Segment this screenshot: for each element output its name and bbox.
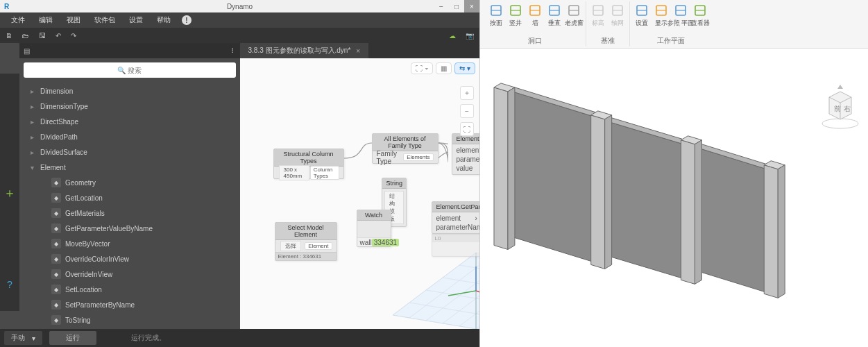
ribbon-icon (566, 3, 581, 18)
ribbon-button-查看器[interactable]: 查看器 (691, 1, 709, 35)
new-file-icon[interactable]: 🗎 (6, 32, 12, 40)
ribbon-button-参照 平面[interactable]: 参照 平面 (672, 1, 690, 35)
document-tab[interactable]: 3.8.3 图元参数的读取与写入.dyn* × (240, 43, 369, 58)
tree-branch-dimensiontype[interactable]: ▸DimensionType (19, 99, 240, 114)
close-tab-icon[interactable]: × (356, 47, 360, 55)
svg-marker-44 (508, 87, 515, 250)
undo-icon[interactable]: ↶ (56, 32, 61, 40)
tree-branch-dividedpath[interactable]: ▸DividedPath (19, 129, 240, 144)
tree-node-getmaterials[interactable]: ◆GetMaterials (19, 205, 240, 221)
window-close-button[interactable]: × (464, 0, 479, 12)
save-file-icon[interactable]: 🖫 (39, 32, 46, 40)
tree-node-boundingbox[interactable]: ◆BoundingBox (19, 328, 240, 329)
ribbon-button-label: 竖井 (509, 19, 522, 28)
tree-node-tostring[interactable]: ◆ToString (19, 312, 240, 328)
tree-branch-directshape[interactable]: ▸DirectShape (19, 114, 240, 129)
menu-view[interactable]: 视图 (60, 15, 87, 25)
dynamo-menu-bar: 文件 编辑 视图 软件包 设置 帮助 ! (0, 12, 479, 28)
ribbon-button-label: 轴网 (611, 19, 624, 28)
tree-node-overrideinview[interactable]: ◆OverrideInView (19, 266, 240, 282)
node-set-parameter-by-name[interactable]: Element.SetParameterByName element›Eleme… (452, 133, 480, 175)
help-icon[interactable]: ? (7, 279, 12, 290)
zoom-in-button[interactable]: ＋ (460, 86, 474, 100)
svg-marker-42 (494, 87, 508, 250)
ribbon-icon (692, 3, 708, 18)
window-minimize-button[interactable]: − (434, 0, 449, 12)
document-tab-label: 3.8.3 图元参数的读取与写入.dyn* (248, 46, 351, 56)
geometry-view-toggle[interactable]: ⛶ ▾ (411, 62, 433, 74)
select-button[interactable]: 选择 (280, 241, 301, 251)
node-watch[interactable]: Watch wall 334631 (357, 210, 391, 247)
port-parametername: parameterName (457, 155, 480, 163)
library-icon[interactable]: ▤ (24, 47, 30, 55)
svg-marker-50 (605, 115, 612, 269)
watch-label: wall (360, 239, 372, 246)
ribbon-icon (673, 3, 688, 18)
open-file-icon[interactable]: 🗁 (22, 32, 29, 40)
ribbon-button-label: 查看器 (691, 19, 710, 28)
tree-branch-dividedsurface[interactable]: ▸DividedSurface (19, 144, 240, 160)
ribbon-button-label: 老虎窗 (565, 19, 584, 28)
ribbon-button-按面[interactable]: 按面 (487, 1, 505, 35)
tree-node-setparameterbyname[interactable]: ◆SetParameterByName (19, 297, 240, 312)
tree-branch-element[interactable]: ▾Element (19, 160, 240, 175)
svg-marker-59 (778, 165, 785, 298)
sidebar-menu-icon[interactable]: ⠇ (231, 47, 236, 55)
sidebar-tabs: ▤ ⠇ (19, 43, 240, 58)
tree-node-getparametervaluebyname[interactable]: ◆GetParameterValueByName (19, 221, 240, 236)
tree-branch-dimension[interactable]: ▸Dimension (19, 83, 240, 99)
svg-marker-57 (764, 165, 778, 298)
ribbon-button-墙[interactable]: 墙 (526, 1, 544, 35)
tree-node-movebyvector[interactable]: ◆MoveByVector (19, 236, 240, 251)
menu-packages[interactable]: 软件包 (87, 15, 122, 25)
dynamo-canvas-area: 3.8.3 图元参数的读取与写入.dyn* × (240, 43, 480, 329)
menu-edit[interactable]: 编辑 (32, 15, 60, 25)
run-button[interactable]: 运行 (49, 331, 96, 345)
node-get-parameter-value-by-name[interactable]: Element.GetParameterValueByName element›… (432, 201, 480, 234)
tree-node-geometry[interactable]: ◆Geometry (19, 175, 240, 190)
port-value[interactable]: 300 x 450mm (279, 165, 309, 180)
menu-settings[interactable]: 设置 (122, 15, 150, 25)
zoom-fit-button[interactable]: ⛶ (460, 122, 474, 136)
run-mode-dropdown[interactable]: 手动 ▾ (4, 331, 42, 345)
info-icon[interactable]: ! (182, 15, 192, 25)
output-label: L0 (432, 234, 480, 242)
nav-mode-toggle[interactable]: ⇆ ▾ (454, 62, 475, 74)
tree-node-setlocation[interactable]: ◆SetLocation (19, 282, 240, 297)
node-title: String (382, 178, 406, 189)
port-parametername: parameterName (436, 223, 480, 231)
redo-icon[interactable]: ↷ (71, 32, 76, 40)
camera-icon[interactable]: 📷 (466, 32, 474, 40)
cloud-download-icon[interactable]: ☁ (449, 32, 456, 40)
add-icon[interactable]: ＋ (3, 185, 16, 201)
ribbon-button-label: 墙 (532, 19, 538, 28)
menu-file[interactable]: 文件 (4, 15, 32, 25)
port-output: Column Types (310, 166, 339, 180)
node-all-elements-of-family-type[interactable]: All Elements of Family Type Family Type … (372, 133, 439, 164)
ribbon-button-垂直[interactable]: 垂直 (545, 1, 563, 35)
viewcube[interactable]: 前 右 (819, 83, 861, 132)
run-mode-label: 手动 (11, 333, 25, 343)
node-output-preview[interactable]: L0 (432, 233, 480, 257)
home-icon (837, 85, 843, 89)
dynamo-footer: 手动 ▾ 运行 运行完成。 (0, 329, 479, 347)
window-maximize-button[interactable]: □ (449, 0, 464, 12)
node-select-model-element[interactable]: Select Model Element 选择 Element Element … (275, 222, 337, 261)
run-status: 运行完成。 (131, 333, 166, 343)
node-structural-column-types[interactable]: Structural Column Types 300 x 450mm Colu… (273, 149, 344, 179)
search-input[interactable] (24, 62, 236, 78)
graph-canvas[interactable]: Structural Column Types 300 x 450mm Colu… (240, 58, 480, 329)
svg-marker-56 (695, 140, 701, 285)
ribbon-button-竖井[interactable]: 竖井 (507, 1, 525, 35)
port-element: element (436, 214, 461, 222)
zoom-out-button[interactable]: − (460, 104, 474, 118)
tree-node-getlocation[interactable]: ◆GetLocation (19, 190, 240, 205)
ribbon-button-老虎窗[interactable]: 老虎窗 (565, 1, 583, 35)
revit-3d-view[interactable]: 前 右 (480, 49, 868, 347)
menu-help[interactable]: 帮助 (150, 15, 178, 25)
graph-view-toggle[interactable]: ▦ (436, 62, 452, 74)
node-title: All Elements of Family Type (373, 134, 438, 151)
port-element: element (457, 146, 480, 154)
ribbon-button-设置[interactable]: 设置 (633, 1, 651, 35)
tree-node-overridecolorinview[interactable]: ◆OverrideColorInView (19, 251, 240, 266)
